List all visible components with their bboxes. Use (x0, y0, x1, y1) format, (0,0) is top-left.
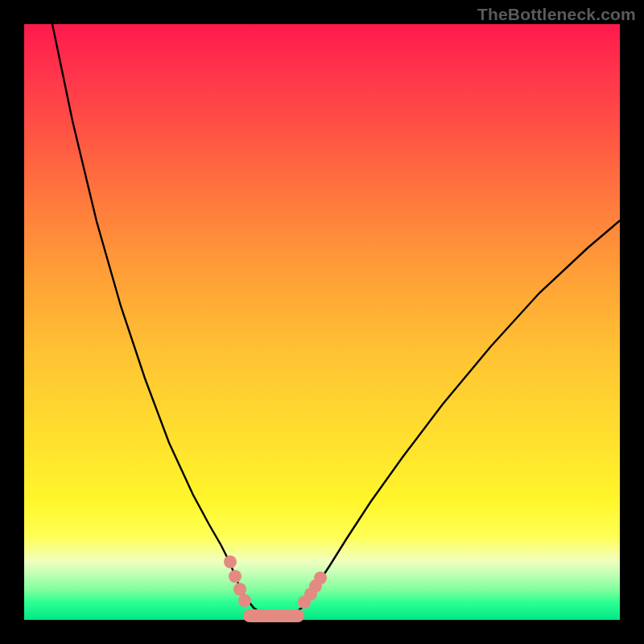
watermark-text: TheBottleneck.com (477, 5, 636, 24)
left-dots-salmon-point (229, 570, 242, 583)
series-group (52, 24, 620, 616)
curve-svg-layer (24, 24, 620, 620)
right-dots-salmon-point (314, 572, 327, 584)
left-dots-salmon-point (238, 594, 251, 607)
left-dots-salmon-point (233, 583, 246, 596)
left-dots-salmon-point (224, 555, 237, 568)
plot-gradient-area (24, 24, 620, 620)
left-curve-black (52, 24, 266, 616)
chart-frame: TheBottleneck.com (0, 0, 644, 644)
right-curve-black (290, 221, 620, 616)
